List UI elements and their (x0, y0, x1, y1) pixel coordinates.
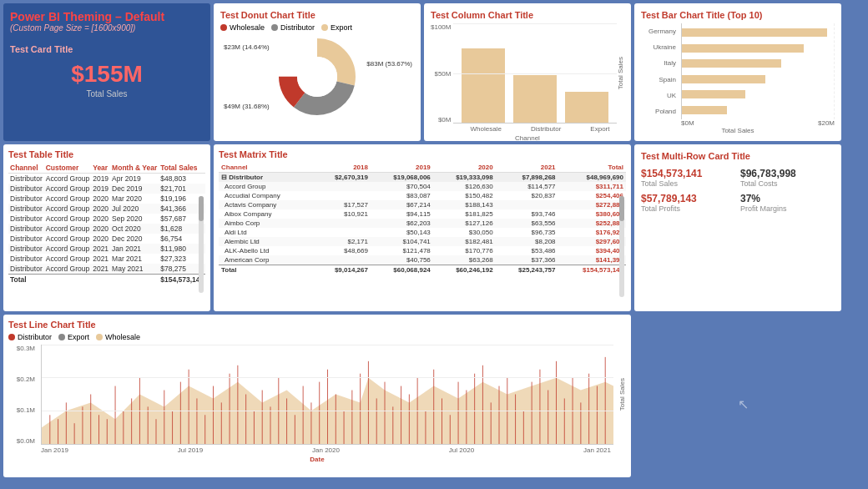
multirow-card: Test Multi-Row Card Title $154,573,141 T… (634, 144, 841, 311)
bar-x-ticks: $0M $20M (681, 119, 835, 127)
table-row: DistributorAccord Group2020Mar 2020$19,1… (8, 194, 205, 204)
empty-cell: ↖ (634, 315, 841, 477)
legend-wholesale-line: Wholesale (96, 333, 140, 341)
y-tick-100m: $100M (431, 23, 451, 31)
matrix-col-2021: 2021 (496, 163, 558, 173)
exp-label: Export (68, 333, 89, 341)
line-title: Test Line Chart Title (8, 320, 626, 330)
total-profits-label: Total Profits (641, 204, 735, 213)
dashboard: Power BI Theming – Default (Custom Page … (0, 0, 868, 489)
line-legend: Distributor Export Wholesale (8, 333, 626, 341)
column-card: Test Column Chart Title $100M $50M $0M (424, 3, 631, 141)
matrix-row: American Corp$40,756$63,268$37,366$141,3… (219, 255, 626, 265)
col-channel: Channel (8, 163, 44, 174)
matrix-row: Actavis Company$17,527$67,214$188,143$27… (219, 200, 626, 209)
matrix-row: ALK-Abello Ltd$48,669$121,478$170,776$53… (219, 246, 626, 255)
x-label-export: Export (590, 125, 609, 133)
bar-x-20m: $20M (818, 119, 835, 127)
multirow-grid: $154,573,141 Total Sales $96,783,998 Tot… (641, 168, 835, 213)
profit-margins-value: 37% (740, 193, 835, 204)
segment-label-2: $49M (31.68%) (224, 103, 270, 110)
matrix-row: Aldi Ltd$50,143$30,050$96,735$176,927 (219, 228, 626, 237)
y-tick-0m: $0M (438, 116, 452, 124)
donut-chart (271, 31, 363, 123)
table-row: DistributorAccord Group2021Jan 2021$11,9… (8, 244, 205, 254)
multirow-profit-margins: 37% Profit Margins (740, 193, 835, 213)
column-title: Test Column Chart Title (431, 10, 624, 20)
matrix-row: Alembic Ltd$2,171$104,741$182,481$8,208$… (219, 237, 626, 246)
table-row: DistributorAccord Group2020Jul 2020$41,3… (8, 204, 205, 214)
whole-label: Wholesale (105, 333, 140, 341)
matrix-col-total: Total (558, 163, 626, 173)
segment-label-3: $83M (53.67%) (366, 60, 412, 68)
total-sales-label: Total Sales (641, 179, 735, 188)
bar-germany: Germany (648, 28, 676, 35)
multirow-total-profits: $57,789,143 Total Profits (641, 193, 735, 213)
bar-wholesale (462, 48, 505, 124)
line-y-axis: $0.3M $0.2M $0.1M $0.0M (8, 345, 38, 445)
matrix-row: Aibox Company$10,921$94,115$181,825$93,7… (219, 209, 626, 219)
y-0.3m: $0.3M (17, 345, 35, 352)
matrix-col-2018: 2018 (314, 163, 371, 173)
matrix-total-row: Total $9,014,267 $60,068,924 $60,246,192… (219, 265, 626, 275)
table-row: DistributorAccord Group2020Oct 2020$1,62… (8, 224, 205, 234)
line-svg (42, 345, 613, 444)
donut-card: Test Donut Chart Title Wholesale Distrib… (214, 3, 421, 141)
scrollbar-thumb (199, 196, 204, 221)
bar-uk: UK (667, 92, 676, 99)
profit-margins-label: Profit Margins (740, 204, 835, 213)
x-label-distributor: Distributor (531, 125, 561, 133)
title-card: Power BI Theming – Default (Custom Page … (3, 3, 210, 141)
dist-dot (8, 334, 15, 340)
matrix-header-row: ⊟ Distributor $2,670,319 $19,068,006 $19… (219, 173, 626, 183)
column-y-label: Total Sales (617, 57, 624, 89)
legend-wholesale: Wholesale (220, 23, 265, 32)
bar-poland: Poland (655, 108, 676, 115)
matrix-row: Aimbo Corp$62,203$127,126$63,556$252,885 (219, 219, 626, 228)
line-y-label: Total Sales (618, 378, 626, 411)
y-0.1m: $0.1M (17, 406, 35, 414)
bar-spain: Spain (659, 76, 676, 83)
table-scrollbar[interactable] (199, 196, 204, 293)
segment-label-1: $23M (14.64%) (224, 43, 270, 51)
bar-italy: Italy (664, 59, 676, 67)
kpi-card-title: Test Card Title (10, 44, 204, 54)
h-bar-germany (681, 28, 827, 37)
bar-card: Test Bar Chart Title (Top 10) Germany Uk… (634, 3, 841, 141)
matrix-col-channel: Channel (219, 163, 314, 173)
bar-export (565, 92, 608, 124)
kpi-label: Total Sales (10, 89, 204, 98)
total-profits-value: $57,789,143 (641, 193, 735, 204)
h-bar-italy (681, 59, 781, 68)
total-costs-value: $96,783,998 (740, 168, 835, 179)
main-title: Power BI Theming – Default (10, 10, 204, 23)
col-customer: Customer (44, 163, 91, 174)
line-card: Test Line Chart Title Distributor Export… (3, 315, 631, 477)
legend-export-line: Export (58, 333, 89, 341)
export-dot (321, 24, 328, 31)
h-bar-ukraine (681, 44, 804, 53)
line-chart-area (41, 345, 613, 445)
x-jan2020: Jan 2020 (312, 446, 340, 454)
bar-x-0m: $0M (681, 119, 694, 127)
matrix-card: Test Matrix Title Channel 2018 2019 2020… (214, 144, 631, 311)
table-total-row: Total$154,573,141 (8, 275, 205, 285)
y-tick-50m: $50M (434, 70, 451, 78)
matrix-row: Accord Group$70,504$126,630$114,577$311,… (219, 182, 626, 191)
multirow-total-sales: $154,573,141 Total Sales (641, 168, 735, 188)
line-x-axis-label: Date (8, 456, 626, 463)
total-costs-label: Total Costs (740, 179, 835, 188)
table-row: DistributorAccord Group2020Sep 2020$57,6… (8, 214, 205, 224)
x-jan2021: Jan 2021 (583, 446, 611, 454)
kpi-value: $155M (10, 61, 204, 88)
line-x-ticks: Jan 2019 Jul 2019 Jan 2020 Jul 2020 Jan … (41, 446, 611, 454)
y-0.2m: $0.2M (17, 376, 35, 383)
column-x-labels: Wholesale Distributor Export (456, 125, 624, 133)
matrix-scrollbar[interactable] (619, 196, 624, 297)
multirow-total-costs: $96,783,998 Total Costs (740, 168, 835, 188)
donut-title: Test Donut Chart Title (220, 10, 414, 20)
bar-x-label: Total Sales (641, 127, 835, 134)
col-month: Month & Year (110, 163, 159, 174)
matrix-table: Channel 2018 2019 2020 2021 Total ⊟ Dist… (219, 163, 626, 275)
cursor-indicator: ↖ (738, 396, 749, 412)
